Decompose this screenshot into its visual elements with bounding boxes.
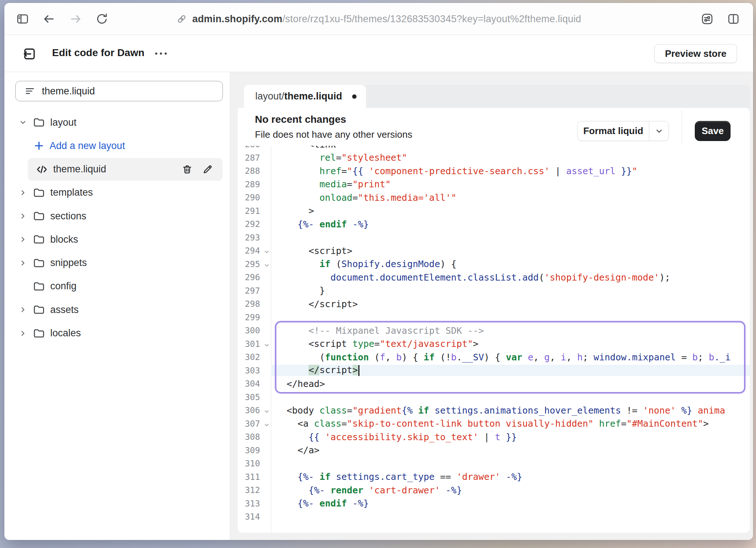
code-line-293[interactable]: 293 bbox=[238, 231, 750, 244]
file-search[interactable] bbox=[15, 81, 223, 101]
line-number: 296 bbox=[238, 273, 271, 282]
code-line-288[interactable]: 288 href="{{ 'component-predictive-searc… bbox=[238, 164, 750, 178]
edit-file-icon[interactable] bbox=[202, 164, 213, 175]
line-number: 292 bbox=[238, 219, 271, 229]
code-line-text[interactable]: </head> bbox=[271, 379, 750, 389]
delete-file-icon[interactable] bbox=[182, 164, 193, 175]
code-line-314[interactable]: 314 bbox=[238, 510, 750, 524]
browser-settings-icon[interactable] bbox=[700, 12, 714, 26]
format-liquid-button[interactable]: Format liquid bbox=[577, 121, 669, 141]
more-actions-icon[interactable] bbox=[151, 47, 170, 60]
sidebar-item-add-a-new-layout[interactable]: Add a new layout bbox=[4, 134, 230, 157]
code-line-310[interactable]: 310 bbox=[238, 457, 750, 470]
search-input[interactable] bbox=[42, 86, 216, 97]
code-line-308[interactable]: 308 {{ 'accessibility.skip_to_text' | t … bbox=[238, 430, 750, 444]
code-line-text[interactable]: <script type="text/javascript"> bbox=[271, 338, 750, 349]
chevron-right-icon[interactable] bbox=[19, 306, 29, 314]
code-line-300[interactable]: 300 <!-- Mixpanel Javascript SDK --> bbox=[238, 324, 750, 337]
code-line-text[interactable]: </script> bbox=[271, 299, 750, 309]
code-line-text[interactable]: <!-- Mixpanel Javascript SDK --> bbox=[271, 325, 750, 336]
line-number: 306 bbox=[238, 406, 271, 415]
fold-chevron-icon[interactable] bbox=[264, 341, 270, 350]
line-number: 294 bbox=[238, 246, 271, 255]
chevron-right-icon[interactable] bbox=[19, 212, 29, 220]
code-line-text[interactable]: <a class="skip-to-content-link button vi… bbox=[271, 418, 750, 429]
code-line-text[interactable]: rel="stylesheet" bbox=[271, 152, 750, 163]
folder-icon bbox=[33, 210, 45, 222]
chevron-right-icon[interactable] bbox=[19, 235, 29, 243]
sidebar-item-theme-liquid[interactable]: theme.liquid bbox=[28, 158, 223, 181]
code-line-text[interactable]: {%- render 'cart-drawer' -%} bbox=[271, 485, 750, 496]
code-line-text[interactable]: } bbox=[271, 285, 750, 296]
code-line-294[interactable]: 294 <script> bbox=[238, 244, 750, 258]
code-line-text[interactable]: </a> bbox=[271, 445, 750, 455]
chevron-right-icon[interactable] bbox=[19, 259, 29, 267]
exit-icon[interactable] bbox=[21, 46, 38, 62]
fold-chevron-icon[interactable] bbox=[264, 247, 270, 257]
chevron-right-icon[interactable] bbox=[19, 189, 29, 197]
code-line-292[interactable]: 292 {%- endif -%} bbox=[238, 218, 750, 231]
code-line-text[interactable]: media="print" bbox=[271, 179, 750, 189]
code-line-286[interactable]: 286 <link bbox=[238, 146, 750, 151]
chevron-down-icon[interactable] bbox=[19, 118, 29, 126]
code-editor[interactable]: 286 <link287 rel="stylesheet"288 href="{… bbox=[238, 146, 750, 533]
code-line-306[interactable]: 306<body class="gradient{% if settings.a… bbox=[238, 404, 750, 417]
sidebar-item-templates[interactable]: templates bbox=[4, 181, 230, 204]
code-line-text[interactable]: <link bbox=[271, 146, 750, 150]
code-line-text[interactable]: {%- endif -%} bbox=[271, 219, 750, 230]
folder-icon bbox=[33, 280, 45, 293]
sidebar-item-assets[interactable]: assets bbox=[4, 298, 230, 321]
code-line-296[interactable]: 296 document.documentElement.classList.a… bbox=[238, 271, 750, 284]
sidebar-item-blocks[interactable]: blocks bbox=[4, 228, 230, 251]
fold-chevron-icon[interactable] bbox=[264, 407, 270, 416]
fold-chevron-icon[interactable] bbox=[264, 261, 270, 270]
code-line-297[interactable]: 297 } bbox=[238, 284, 750, 298]
sidebar-item-sections[interactable]: sections bbox=[4, 204, 230, 228]
code-line-text[interactable]: <body class="gradient{% if settings.anim… bbox=[271, 405, 750, 416]
save-button[interactable]: Save bbox=[695, 121, 731, 141]
tab-path-prefix: layout/ bbox=[255, 91, 284, 102]
code-line-287[interactable]: 287 rel="stylesheet" bbox=[238, 151, 750, 165]
code-line-298[interactable]: 298 </script> bbox=[238, 297, 750, 311]
code-line-311[interactable]: 311 {%- if settings.cart_type == 'drawer… bbox=[238, 470, 750, 484]
code-line-302[interactable]: 302 (function (f, b) { if (!b.__SV) { va… bbox=[238, 351, 750, 364]
code-line-text[interactable]: {{ 'accessibility.skip_to_text' | t }} bbox=[271, 432, 750, 442]
code-line-289[interactable]: 289 media="print" bbox=[238, 178, 750, 191]
chevron-down-icon[interactable] bbox=[649, 121, 669, 141]
code-line-text[interactable]: (function (f, b) { if (!b.__SV) { var e,… bbox=[271, 352, 750, 363]
tab-theme-liquid[interactable]: layout/theme.liquid bbox=[244, 85, 366, 108]
code-line-text[interactable]: document.documentElement.classList.add('… bbox=[271, 272, 750, 283]
line-number: 298 bbox=[238, 299, 271, 309]
code-line-303[interactable]: 303 </script> bbox=[238, 364, 750, 377]
line-number: 288 bbox=[238, 166, 271, 176]
code-line-301[interactable]: 301 <script type="text/javascript"> bbox=[238, 337, 750, 351]
code-line-text[interactable]: {%- if settings.cart_type == 'drawer' -%… bbox=[271, 471, 750, 482]
code-line-text[interactable]: onload="this.media='all'" bbox=[271, 192, 750, 203]
code-line-291[interactable]: 291 > bbox=[238, 204, 750, 218]
code-line-text[interactable]: </script> bbox=[271, 365, 750, 376]
code-line-text[interactable]: <script> bbox=[271, 246, 750, 256]
chevron-right-icon[interactable] bbox=[19, 329, 29, 337]
fold-chevron-icon[interactable] bbox=[264, 420, 270, 430]
code-line-309[interactable]: 309 </a> bbox=[238, 444, 750, 457]
preview-store-button[interactable]: Preview store bbox=[654, 44, 737, 63]
sidebar-item-locales[interactable]: locales bbox=[4, 321, 230, 345]
code-line-text[interactable]: href="{{ 'component-predictive-search.cs… bbox=[271, 166, 750, 176]
sidebar-item-layout[interactable]: layout bbox=[4, 111, 230, 134]
code-line-307[interactable]: 307 <a class="skip-to-content-link butto… bbox=[238, 417, 750, 431]
sidebar-item-config[interactable]: config bbox=[4, 275, 230, 298]
code-line-305[interactable]: 305 bbox=[238, 391, 750, 404]
code-line-295[interactable]: 295 if (Shopify.designMode) { bbox=[238, 258, 750, 271]
code-line-299[interactable]: 299 bbox=[238, 311, 750, 324]
code-line-290[interactable]: 290 onload="this.media='all'" bbox=[238, 191, 750, 204]
code-line-313[interactable]: 313 {%- endif -%} bbox=[238, 497, 750, 510]
sidebar-item-snippets[interactable]: snippets bbox=[4, 251, 230, 274]
code-line-304[interactable]: 304</head> bbox=[238, 377, 750, 391]
code-line-text[interactable]: > bbox=[271, 206, 750, 216]
split-view-icon[interactable] bbox=[726, 12, 741, 26]
code-line-text[interactable]: if (Shopify.designMode) { bbox=[271, 259, 750, 269]
browser-toolbar: admin.shopify.com/store/rzq1xu-f5/themes… bbox=[4, 3, 753, 35]
code-line-312[interactable]: 312 {%- render 'cart-drawer' -%} bbox=[238, 484, 750, 497]
address-bar[interactable]: admin.shopify.com/store/rzq1xu-f5/themes… bbox=[4, 3, 753, 35]
code-line-text[interactable]: {%- endif -%} bbox=[271, 498, 750, 509]
